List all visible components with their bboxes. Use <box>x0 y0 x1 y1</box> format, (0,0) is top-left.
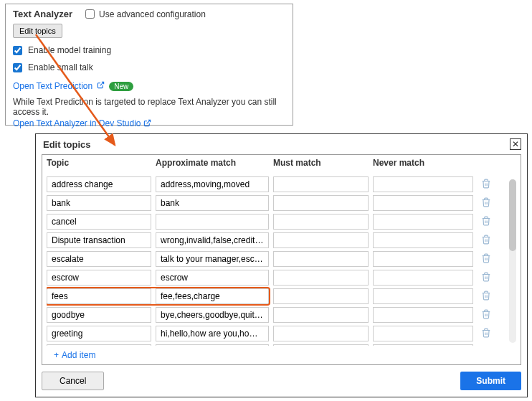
must-match-input[interactable] <box>273 270 369 286</box>
trash-icon <box>481 235 491 247</box>
must-match-input[interactable] <box>273 307 369 323</box>
cancel-button[interactable]: Cancel <box>42 372 104 390</box>
table-row <box>47 195 505 211</box>
delete-row-button[interactable] <box>478 232 495 248</box>
approx-match-input[interactable] <box>156 270 269 286</box>
topic-input[interactable] <box>47 344 151 346</box>
new-badge: New <box>109 82 133 91</box>
text-analyzer-panel: Text Analyzer Use advanced configuration… <box>5 4 293 126</box>
trash-icon <box>481 197 491 209</box>
table-row <box>47 214 505 230</box>
never-match-input[interactable] <box>373 344 473 346</box>
approx-match-input[interactable] <box>156 195 269 211</box>
never-match-input[interactable] <box>373 176 473 192</box>
edit-topics-modal: Edit topics ✕ Topic Approximate match Mu… <box>35 133 528 397</box>
must-match-input[interactable] <box>273 232 369 248</box>
approx-match-input[interactable] <box>156 232 269 248</box>
delete-row-button[interactable] <box>478 176 495 192</box>
never-match-input[interactable] <box>373 288 473 304</box>
close-icon: ✕ <box>512 140 519 148</box>
topic-input[interactable] <box>47 251 151 267</box>
approx-match-input[interactable] <box>156 251 269 267</box>
trash-icon <box>481 272 491 284</box>
never-match-input[interactable] <box>373 232 473 248</box>
delete-row-button[interactable] <box>478 214 495 230</box>
trash-icon <box>481 179 491 191</box>
topic-input[interactable] <box>47 270 151 286</box>
never-match-input[interactable] <box>373 326 473 341</box>
trash-icon <box>481 309 491 321</box>
advanced-config-input[interactable] <box>85 9 95 19</box>
must-match-input[interactable] <box>273 214 369 230</box>
delete-row-button[interactable] <box>478 195 495 211</box>
topic-input[interactable] <box>47 326 151 341</box>
header-must: Must match <box>273 158 369 168</box>
header-topic: Topic <box>47 158 151 168</box>
external-link-icon <box>143 119 151 129</box>
delete-row-button[interactable] <box>478 307 495 323</box>
must-match-input[interactable] <box>273 344 369 346</box>
advanced-config-label: Use advanced configuration <box>99 9 206 19</box>
must-match-input[interactable] <box>273 326 369 341</box>
approx-match-input[interactable] <box>156 307 269 323</box>
trash-icon <box>481 328 491 340</box>
must-match-input[interactable] <box>273 288 369 304</box>
scrollbar-thumb[interactable] <box>509 179 516 251</box>
header-never: Never match <box>373 158 473 168</box>
delete-row-button[interactable] <box>478 251 495 267</box>
topics-rows-container <box>47 176 505 346</box>
add-item-link[interactable]: + Add item <box>54 350 95 360</box>
svg-line-0 <box>100 82 104 85</box>
open-text-analyzer-link[interactable]: Open Text Analyzer in Dev Studio <box>13 118 141 128</box>
modal-title: Edit topics <box>43 139 90 150</box>
table-row <box>47 251 505 267</box>
approx-match-input[interactable] <box>156 176 269 192</box>
submit-button[interactable]: Submit <box>460 372 521 390</box>
approx-match-input[interactable] <box>156 214 269 230</box>
advanced-config-checkbox[interactable]: Use advanced configuration <box>85 9 206 19</box>
delete-row-button[interactable] <box>478 326 495 341</box>
topic-input[interactable] <box>47 288 151 304</box>
table-row <box>47 232 505 248</box>
edit-topics-button[interactable]: Edit topics <box>13 24 62 38</box>
topic-input[interactable] <box>47 214 151 230</box>
table-row <box>47 176 505 192</box>
external-link-icon <box>97 81 105 91</box>
plus-icon: + <box>54 350 59 360</box>
scrollbar[interactable] <box>509 179 516 343</box>
enable-training-checkbox[interactable] <box>13 46 22 55</box>
approx-match-input[interactable] <box>156 288 269 304</box>
table-row <box>47 344 505 346</box>
svg-line-1 <box>146 120 150 123</box>
enable-smalltalk-checkbox[interactable] <box>13 63 22 72</box>
approx-match-input[interactable] <box>156 344 269 346</box>
trash-icon <box>481 216 491 228</box>
open-text-prediction-link[interactable]: Open Text Prediction <box>13 81 92 91</box>
table-row <box>47 326 505 341</box>
never-match-input[interactable] <box>373 195 473 211</box>
close-button[interactable]: ✕ <box>510 138 521 150</box>
panel-title: Text Analyzer <box>13 9 72 19</box>
modal-body: Topic Approximate match Must match Never… <box>42 154 521 365</box>
enable-smalltalk-label: Enable small talk <box>28 62 93 72</box>
delete-row-button[interactable] <box>478 344 495 346</box>
never-match-input[interactable] <box>373 251 473 267</box>
header-approx: Approximate match <box>156 158 269 168</box>
never-match-input[interactable] <box>373 214 473 230</box>
delete-row-button[interactable] <box>478 270 495 286</box>
trash-icon <box>481 291 491 303</box>
must-match-input[interactable] <box>273 251 369 267</box>
never-match-input[interactable] <box>373 270 473 286</box>
must-match-input[interactable] <box>273 195 369 211</box>
topic-input[interactable] <box>47 176 151 192</box>
delete-row-button[interactable] <box>478 288 495 304</box>
topic-input[interactable] <box>47 195 151 211</box>
enable-training-label: Enable model training <box>28 45 111 55</box>
approx-match-input[interactable] <box>156 326 269 341</box>
never-match-input[interactable] <box>373 307 473 323</box>
topic-input[interactable] <box>47 307 151 323</box>
add-item-label: Add item <box>62 350 95 360</box>
table-row <box>47 270 505 286</box>
must-match-input[interactable] <box>273 176 369 192</box>
topic-input[interactable] <box>47 232 151 248</box>
